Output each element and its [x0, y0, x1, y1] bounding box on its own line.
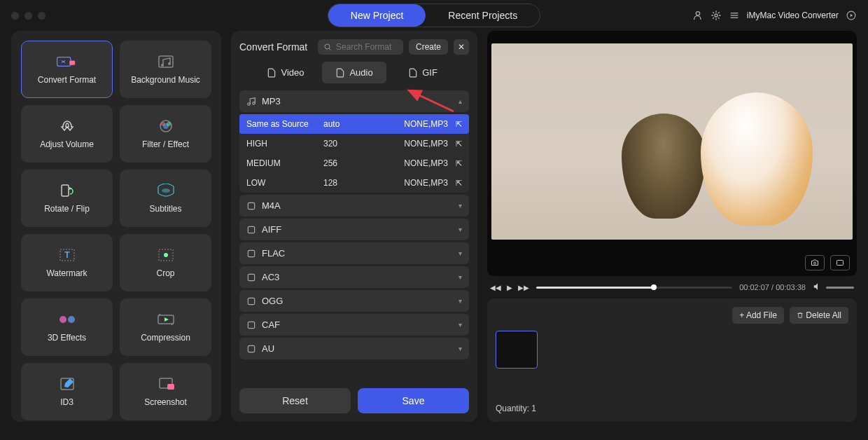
tool-compression[interactable]: Compression: [120, 298, 211, 356]
video-file-icon: [267, 68, 276, 78]
format-group-mp3[interactable]: MP3 ▴: [239, 90, 469, 112]
svg-rect-16: [62, 185, 69, 196]
tool-crop[interactable]: Crop: [120, 234, 211, 291]
menu-icon[interactable]: [729, 10, 740, 21]
tool-watermark[interactable]: TWatermark: [21, 234, 113, 291]
trash-icon: [797, 312, 804, 319]
volume-slider[interactable]: [826, 287, 854, 289]
reset-button[interactable]: Reset: [239, 388, 351, 413]
preset-edit-icon[interactable]: ⇱: [448, 179, 462, 188]
play-button[interactable]: ▶: [507, 284, 512, 291]
tool-icon: [155, 312, 177, 327]
tool-icon: [155, 118, 177, 134]
preset-row[interactable]: HIGH320NONE,MP3⇱: [239, 134, 469, 153]
svg-text:T: T: [64, 250, 70, 260]
account-icon[interactable]: [692, 10, 704, 21]
search-format-input[interactable]: [336, 42, 398, 52]
svg-point-32: [248, 102, 251, 105]
format-group-aiff[interactable]: AIFF▾: [239, 219, 469, 240]
tool-subtitles[interactable]: Subtitles: [120, 170, 211, 227]
delete-all-button[interactable]: Delete All: [790, 307, 848, 324]
queue-thumbnail[interactable]: [496, 331, 538, 369]
format-panel: Convert Format Create ✕ Video Audio GIF: [231, 31, 477, 422]
project-nav: New Project Recent Projects: [328, 4, 540, 27]
format-group-ac3[interactable]: AC3▾: [239, 266, 469, 288]
audio-icon: [246, 320, 256, 330]
window-controls[interactable]: [11, 12, 46, 20]
snapshot-button[interactable]: [805, 255, 825, 270]
chevron-down-icon: ▾: [458, 345, 462, 352]
format-group-caf[interactable]: CAF▾: [239, 314, 469, 336]
tab-audio[interactable]: Audio: [322, 62, 386, 83]
svg-point-0: [696, 12, 699, 15]
preset-row[interactable]: MEDIUM256NONE,MP3⇱: [239, 153, 469, 173]
tab-gif[interactable]: GIF: [391, 62, 455, 83]
add-file-button[interactable]: + Add File: [732, 307, 784, 324]
minimize-window-dot[interactable]: [24, 12, 32, 20]
svg-point-30: [325, 44, 330, 49]
tool-id3[interactable]: ID3: [21, 363, 113, 420]
preset-bitrate: auto: [323, 119, 386, 129]
chevron-down-icon: ▾: [458, 273, 462, 281]
svg-point-1: [715, 14, 718, 17]
chevron-down-icon: ▾: [458, 297, 462, 305]
tool-convert-format[interactable]: Convert Format: [21, 41, 113, 98]
tab-video[interactable]: Video: [253, 62, 318, 83]
chevron-down-icon: ▾: [458, 202, 462, 209]
svg-rect-36: [248, 250, 254, 256]
svg-point-33: [253, 102, 255, 104]
svg-point-10: [161, 64, 164, 67]
tool-icon: [56, 183, 78, 198]
progress-bar[interactable]: [536, 287, 732, 289]
search-format[interactable]: [318, 39, 403, 55]
tool-rotate-flip[interactable]: Rotate / Flip: [21, 170, 113, 227]
maximize-window-dot[interactable]: [38, 12, 46, 20]
svg-point-22: [164, 253, 168, 257]
preset-row[interactable]: LOW128NONE,MP3⇱: [239, 173, 469, 193]
play-app-icon[interactable]: [846, 10, 857, 21]
preset-edit-icon[interactable]: ⇱: [448, 159, 462, 168]
create-format-button[interactable]: Create: [409, 39, 448, 55]
preset-edit-icon[interactable]: ⇱: [448, 139, 462, 149]
prev-button[interactable]: ◀◀: [490, 284, 501, 291]
preview-canvas: [487, 31, 857, 252]
audio-file-icon: [335, 68, 345, 78]
new-project-tab[interactable]: New Project: [328, 4, 426, 27]
next-button[interactable]: ▶▶: [518, 284, 529, 291]
tool-screenshot[interactable]: Screenshot: [120, 363, 211, 420]
svg-point-24: [68, 316, 75, 323]
svg-rect-35: [248, 226, 254, 233]
chevron-down-icon: ▾: [458, 321, 462, 329]
close-window-dot[interactable]: [11, 12, 19, 20]
preset-row[interactable]: Same as SourceautoNONE,MP3⇱: [239, 114, 469, 134]
settings-icon[interactable]: [710, 10, 722, 21]
tool-adjust-volume[interactable]: Adjust Volume: [21, 105, 113, 163]
format-group-flac[interactable]: FLAC▾: [239, 242, 469, 264]
close-panel-button[interactable]: ✕: [454, 39, 469, 55]
preset-edit-icon[interactable]: ⇱: [448, 120, 462, 129]
svg-rect-9: [159, 56, 173, 67]
format-group-au[interactable]: AU▾: [239, 338, 469, 359]
app-title: iMyMac Video Converter: [747, 11, 839, 20]
format-panel-title: Convert Format: [239, 41, 312, 53]
preset-name: MEDIUM: [246, 158, 323, 168]
svg-point-23: [59, 316, 66, 323]
tool-3d-effects[interactable]: 3D Effects: [21, 298, 113, 356]
audio-icon: [246, 249, 256, 259]
tools-panel: Convert FormatBackground MusicAdjust Vol…: [11, 31, 221, 422]
tool-icon: [155, 376, 177, 392]
save-button[interactable]: Save: [358, 388, 469, 413]
svg-point-41: [814, 262, 816, 264]
format-group-ogg[interactable]: OGG▾: [239, 290, 469, 312]
tool-background-music[interactable]: Background Music: [120, 41, 211, 98]
svg-point-11: [168, 62, 171, 65]
audio-icon: [246, 296, 256, 306]
tool-filter-effect[interactable]: Filter / Effect: [120, 105, 211, 163]
format-group-m4a[interactable]: M4A▾: [239, 195, 469, 216]
preset-codec: NONE,MP3: [386, 139, 448, 149]
volume-icon[interactable]: [813, 282, 822, 293]
file-queue: + Add File Delete All Quantity: 1: [487, 298, 857, 422]
recent-projects-tab[interactable]: Recent Projects: [426, 4, 540, 27]
fullscreen-button[interactable]: [830, 255, 850, 270]
tool-icon: [155, 183, 177, 198]
